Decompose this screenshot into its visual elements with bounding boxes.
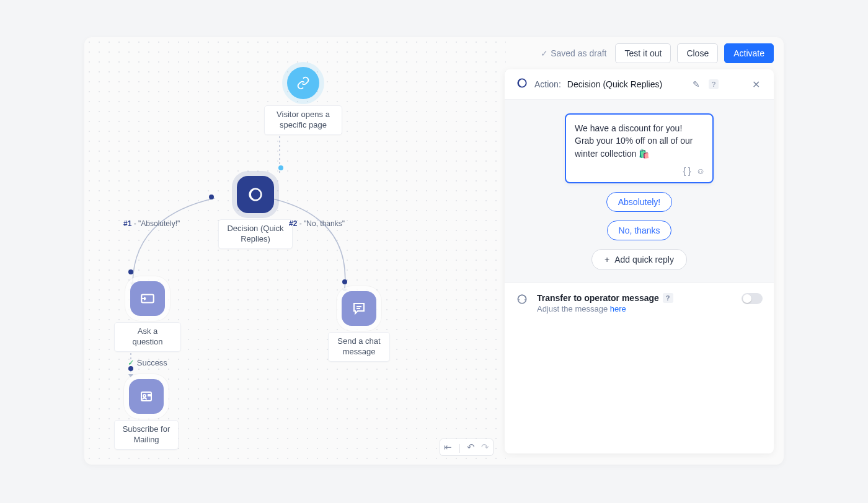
undo-icon[interactable]: ↶: [467, 442, 475, 453]
panel-title: Decision (Quick Replies): [567, 79, 662, 89]
decision-icon: [237, 176, 274, 213]
node-decision-label: Decision (QuickReplies): [218, 219, 293, 249]
branch-1-tag: #1 - "Absolutely!": [123, 219, 180, 228]
close-panel-icon[interactable]: ✕: [750, 77, 763, 92]
quick-reply-chip-2[interactable]: No, thanks: [607, 221, 672, 240]
node-subscribe-label: Subscribe forMailing: [114, 420, 179, 450]
transfer-subtext: Adjust the message here: [537, 304, 733, 313]
redo-icon[interactable]: ↷: [481, 442, 489, 453]
help-icon[interactable]: ?: [709, 79, 719, 89]
quick-reply-chip-1[interactable]: Absolutely!: [606, 192, 672, 212]
test-it-out-button[interactable]: Test it out: [615, 43, 671, 63]
svg-point-10: [143, 395, 146, 397]
node-decision[interactable]: Decision (QuickReplies): [218, 176, 293, 249]
help-icon[interactable]: ?: [663, 293, 673, 303]
link-icon: [287, 67, 319, 99]
saved-status: ✓ Saved as draft: [541, 48, 606, 58]
node-send-label: Send a chatmessage: [328, 332, 390, 362]
message-text: We have a discount for you! Grab your 10…: [575, 123, 693, 159]
connector-dot[interactable]: [278, 165, 283, 170]
history-toolbar: ⇤ | ↶ ↷: [440, 439, 494, 456]
plus-icon: +: [604, 255, 609, 265]
action-panel: Action: Decision (Quick Replies) ✎ ? ✕ W…: [505, 69, 774, 453]
saved-label: Saved as draft: [551, 48, 606, 58]
svg-rect-11: [148, 394, 151, 396]
activate-button[interactable]: Activate: [724, 43, 774, 63]
close-button[interactable]: Close: [677, 43, 718, 63]
connector-dot[interactable]: [209, 195, 214, 199]
node-send-chat[interactable]: Send a chatmessage: [328, 291, 390, 362]
operator-icon: [516, 293, 528, 308]
variable-icon[interactable]: { }: [683, 165, 691, 177]
check-icon: ✓: [541, 48, 548, 58]
input-arrow-icon: [130, 281, 165, 316]
node-subscribe[interactable]: Subscribe forMailing: [114, 379, 179, 450]
edit-icon[interactable]: ✎: [690, 78, 702, 90]
subscribe-icon: [129, 379, 164, 414]
chat-icon: [342, 291, 376, 326]
transfer-title: Transfer to operator message: [537, 293, 659, 303]
message-input[interactable]: We have a discount for you! Grab your 10…: [565, 113, 714, 183]
branch-2-tag: #2 - "No, thanks": [289, 219, 345, 228]
chatbot-canvas[interactable]: Visitor opens aspecific page Decision (Q…: [84, 37, 506, 465]
node-trigger-label: Visitor opens aspecific page: [264, 105, 342, 135]
emoji-icon[interactable]: ☺: [696, 165, 705, 177]
decision-icon: [516, 77, 528, 92]
adjust-link[interactable]: here: [610, 304, 626, 313]
success-badge: ✓ Success: [128, 358, 167, 367]
svg-marker-4: [128, 374, 133, 378]
node-ask-label: Ask a question: [114, 322, 181, 352]
connector-dot[interactable]: [342, 279, 347, 284]
panel-type-label: Action:: [534, 79, 561, 89]
transfer-toggle[interactable]: [742, 293, 763, 304]
connector-dot[interactable]: [128, 269, 133, 274]
reset-zoom-icon[interactable]: ⇤: [444, 442, 452, 453]
node-trigger[interactable]: Visitor opens aspecific page: [264, 67, 342, 135]
node-ask-question[interactable]: Ask a question ✓ Success: [114, 281, 181, 367]
add-quick-reply-button[interactable]: + Add quick reply: [591, 249, 687, 270]
